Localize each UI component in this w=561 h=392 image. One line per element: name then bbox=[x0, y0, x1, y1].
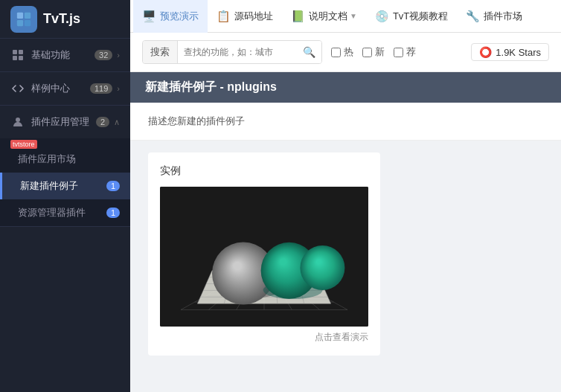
stars-count: 1.9K Stars bbox=[496, 47, 541, 58]
logo-icon bbox=[10, 6, 37, 33]
logo-title: TvT.js bbox=[43, 11, 80, 27]
content-area: 新建插件例子 - nplugins 描述您新建的插件例子 实例 点击查看演示 bbox=[130, 72, 561, 392]
page-description: 描述您新建的插件例子 bbox=[130, 103, 561, 141]
plugin-mgmt-chevron: ∧ bbox=[114, 118, 120, 127]
basic-features-chevron: › bbox=[117, 51, 120, 60]
new-plugin-badge: 1 bbox=[106, 181, 120, 191]
svg-rect-7 bbox=[19, 56, 23, 60]
logo-area: TvT.js bbox=[0, 0, 130, 39]
filter-recommend-label: 荐 bbox=[406, 45, 416, 59]
svg-rect-3 bbox=[25, 19, 31, 25]
docs-icon: 📗 bbox=[291, 10, 305, 23]
tvtstore-tag: tvtstore bbox=[10, 140, 37, 149]
svg-rect-1 bbox=[25, 12, 31, 18]
resource-manager-badge: 1 bbox=[106, 208, 120, 218]
nav-item-plugins[interactable]: 🔧 插件市场 bbox=[457, 0, 531, 33]
plugins-icon: 🔧 bbox=[466, 10, 480, 23]
basic-features-badge: 32 bbox=[94, 50, 112, 60]
sidebar-item-plugin-management[interactable]: 插件应用管理 2 ∧ bbox=[0, 106, 130, 138]
svg-rect-4 bbox=[13, 50, 17, 54]
code-icon bbox=[10, 81, 25, 96]
plugin-mgmt-subitems: tvtstore 插件应用市场 新建插件例子 1 资源管理器插件 1 bbox=[0, 138, 130, 226]
filter-hot-label: 热 bbox=[344, 45, 353, 59]
examples-label: 样例中心 bbox=[31, 82, 90, 95]
search-box: 搜索 🔍 bbox=[142, 40, 322, 64]
filter-new-label: 新 bbox=[375, 45, 385, 59]
github-icon: ⭕ bbox=[479, 46, 492, 58]
nav-item-source[interactable]: 📋 源码地址 bbox=[208, 0, 282, 33]
sidebar-section-plugins: 插件应用管理 2 ∧ tvtstore 插件应用市场 新建插件例子 1 资源管理… bbox=[0, 106, 130, 227]
svg-rect-2 bbox=[17, 19, 23, 25]
page-title: 新建插件例子 - nplugins bbox=[130, 72, 561, 103]
main-content: 🖥️ 预览演示 📋 源码地址 📗 说明文档 ▼ 💿 TvT视频教程 🔧 插件市场… bbox=[130, 0, 561, 392]
sidebar-item-new-plugin[interactable]: 新建插件例子 1 bbox=[0, 173, 130, 199]
sidebar: TvT.js 基础功能 32 › bbox=[0, 0, 130, 392]
sidebar-section-basic: 基础功能 32 › bbox=[0, 39, 130, 72]
demo-click-label[interactable]: 点击查看演示 bbox=[160, 331, 368, 344]
grid-icon bbox=[10, 48, 25, 62]
demo-area: 实例 点击查看演示 bbox=[130, 141, 561, 392]
filter-new[interactable]: 新 bbox=[362, 45, 385, 59]
source-icon: 📋 bbox=[217, 10, 231, 23]
demo-card: 实例 点击查看演示 bbox=[148, 152, 380, 356]
nav-preview-label: 预览演示 bbox=[160, 10, 199, 23]
svg-rect-0 bbox=[17, 12, 23, 18]
svg-point-8 bbox=[16, 118, 20, 122]
nav-source-label: 源码地址 bbox=[234, 10, 273, 23]
top-navbar: 🖥️ 预览演示 📋 源码地址 📗 说明文档 ▼ 💿 TvT视频教程 🔧 插件市场 bbox=[130, 0, 561, 33]
search-label: 搜索 bbox=[143, 41, 178, 63]
nav-docs-label: 说明文档 bbox=[309, 10, 347, 23]
svg-rect-6 bbox=[13, 56, 17, 60]
filter-new-checkbox[interactable] bbox=[362, 48, 372, 57]
plugin-market-label: 插件应用市场 bbox=[18, 152, 76, 166]
new-plugin-label: 新建插件例子 bbox=[20, 179, 78, 193]
plugin-mgmt-icon bbox=[10, 115, 25, 129]
sidebar-item-resource-manager[interactable]: 资源管理器插件 1 bbox=[0, 199, 130, 226]
demo-preview[interactable] bbox=[160, 187, 368, 327]
plugin-mgmt-badge: 2 bbox=[96, 117, 109, 127]
examples-chevron: › bbox=[117, 84, 120, 93]
nav-item-docs[interactable]: 📗 说明文档 ▼ bbox=[282, 0, 366, 33]
search-input[interactable] bbox=[178, 47, 297, 57]
basic-features-label: 基础功能 bbox=[31, 48, 94, 62]
demo-card-title: 实例 bbox=[160, 164, 368, 178]
sidebar-item-basic-features[interactable]: 基础功能 32 › bbox=[0, 39, 130, 71]
nav-video-label: TvT视频教程 bbox=[393, 10, 448, 23]
filter-hot[interactable]: 热 bbox=[331, 45, 353, 59]
stars-badge[interactable]: ⭕ 1.9K Stars bbox=[471, 43, 549, 61]
sidebar-item-examples[interactable]: 样例中心 119 › bbox=[0, 72, 130, 105]
docs-chevron-icon: ▼ bbox=[350, 12, 357, 20]
filter-recommend[interactable]: 荐 bbox=[394, 45, 416, 59]
demo-canvas bbox=[160, 187, 368, 327]
filter-hot-checkbox[interactable] bbox=[331, 48, 341, 57]
resource-manager-label: 资源管理器插件 bbox=[18, 206, 86, 219]
nav-item-video[interactable]: 💿 TvT视频教程 bbox=[366, 0, 457, 33]
filter-recommend-checkbox[interactable] bbox=[394, 48, 403, 57]
sidebar-section-examples: 样例中心 119 › bbox=[0, 72, 130, 106]
nav-item-preview[interactable]: 🖥️ 预览演示 bbox=[133, 0, 208, 33]
search-bar: 搜索 🔍 热 新 荐 ⭕ 1.9K Stars bbox=[130, 33, 561, 72]
nav-plugins-label: 插件市场 bbox=[484, 10, 522, 23]
svg-rect-5 bbox=[19, 50, 23, 54]
search-button[interactable]: 🔍 bbox=[297, 41, 321, 63]
video-icon: 💿 bbox=[375, 10, 389, 23]
examples-badge: 119 bbox=[90, 83, 112, 94]
plugin-mgmt-label: 插件应用管理 bbox=[31, 115, 96, 129]
sidebar-item-plugin-market[interactable]: tvtstore 插件应用市场 bbox=[0, 138, 130, 173]
preview-icon: 🖥️ bbox=[142, 10, 156, 23]
